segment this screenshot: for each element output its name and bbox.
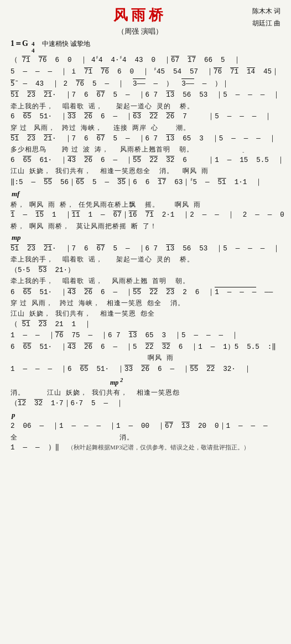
score-line-7: 6 65 61· ｜43 26 6 — ｜55 22 32 6 ｜1 — ˆ15… — [11, 155, 280, 166]
lyric-line-1: 牵上我的手， 唱着歌 谣， 架起一道心 灵的 桥。 — [11, 102, 280, 111]
score-line-12: 6 65 51· ｜43 26 6 — ｜55 22 23 2 6 ｜1 — —… — [11, 287, 280, 298]
title-section: 风雨桥 （周强 演唱） 陈木木 词 胡廷江 曲 — [11, 6, 280, 37]
score-line-2: 5 — — — ｜ i 71 76 6 0 ｜ ♯45 54 57 ｜76 71… — [11, 66, 280, 78]
lyric-line-11: 啊风 雨 — [11, 353, 280, 363]
score-line-11: （5·5 53 21·） — [11, 265, 280, 276]
song-subtitle: （周强 演唱） — [44, 27, 236, 36]
title-center: 风雨桥 （周强 演唱） — [44, 6, 236, 37]
score-line-18: 2 06 — ｜1 — — — ｜1 — 00 ｜67 13 20 0｜1 — … — [11, 421, 280, 432]
lyric-line-5: 桥， 啊风 雨 桥， 任凭风雨在桥上飘 摇。 啊风 雨 — [11, 200, 280, 210]
time-signature: 4 4 — [32, 40, 35, 54]
lyric-line-12: 消。 江山 妖娆， 我们共有， 相逢一笑恩怨 — [11, 388, 280, 397]
credit-music: 胡廷江 曲 — [236, 18, 280, 30]
score-line-19: 1 — — ）‖ （秋叶起舞根据MP3记谱，仅供参考。错误之处，敬请批评指正。） — [11, 443, 280, 453]
key-tempo-row: 1＝G 4 4 中速稍快 诚挚地 — [11, 38, 280, 54]
lyric-line-8: 牵上我的手， 唱着歌 谣， 风雨桥上翘 首明 朝。 — [11, 276, 280, 286]
score-line-17: （12 32 1·7｜6·7 5 — ｜ — [11, 399, 280, 409]
score-line-13: （ 51 23 21 1 ｜ — [11, 320, 280, 330]
lyric-line-3: 多少相思鸟 跨 过 波 涛， 风雨桥上翘首明 朝。 — [11, 145, 280, 154]
lyric-line-4: 江山 妖娆， 我们共有， 相逢一笑恩怨全 消。 啊风 雨 — [11, 166, 280, 176]
score-line-3: 5̄ — 43 ｜ 2 76 5 — ｜ 3—— — ） 3—— — ）｜ — [11, 78, 280, 90]
score-line-15: 6 65 51· ｜43 26 6 — ｜5 22 32 6 ｜1 — 1）5 … — [11, 342, 280, 353]
score-line-8: ‖:5 — 55 56｜65 5 — 35｜6 6 17 63｜♯5 — 51 … — [11, 177, 280, 189]
score-line-4: 51 23 21· ｜7 6 67 5 — ｜6 7 13 56 53 ｜5 —… — [11, 90, 280, 101]
tempo-marking: 中速稍快 诚挚地 — [42, 39, 90, 49]
lyric-line-9: 穿 过 风雨， 跨过 海峡， 相逢一笑恩 怨全 消。 — [11, 299, 280, 308]
score-line-10: 51 23 21· ｜7 6 67 5 — ｜6 7 13 56 53 ｜5 —… — [11, 244, 280, 254]
score-line-16: 1 — — — ｜6 65 51· ｜33 26 6 — ｜55 22 32· … — [11, 364, 280, 375]
score-line-1: （ 71 76 6 0 ｜ 4♯4 4·♯4 43 0 ｜67 17 66 5 … — [11, 55, 280, 66]
mf-mark: mf — [12, 189, 280, 200]
mp-mark-1: mp — [12, 232, 280, 243]
p-mark: p — [12, 410, 280, 421]
score-line-6: 51 23 21· ｜7 6 67 5 — ｜6 7 13 65 3 ｜5 — … — [11, 134, 280, 144]
score-line-14: 1 — — ｜76 75 — ｜6 7 13 65 3 ｜5 — — — ｜ — [11, 331, 280, 341]
lyric-line-7: 牵上我的手， 唱着歌 谣， 架起一道心 灵的 桥。 — [11, 255, 280, 264]
mp-2-row: 1 — — — ｜6 65 51· ｜33 26 6 — ｜55 22 32· … — [11, 364, 280, 375]
score-line-9: 1 — 15 1 ｜11 1 — 67｜16 71 2·1 ｜2 — — ｜ 2… — [11, 210, 280, 221]
credit-lyric: 陈木木 词 — [236, 6, 280, 18]
mp-mark-2: mp 2 — [110, 376, 280, 388]
credits: 陈木木 词 胡廷江 曲 — [236, 6, 280, 29]
lyric-line-13: 全 消。 — [11, 433, 280, 442]
song-title: 风雨桥 — [44, 6, 236, 25]
page-content: 风雨桥 （周强 演唱） 陈木木 词 胡廷江 曲 1＝G 4 4 中速稍快 诚挚地… — [8, 6, 283, 454]
lyric-line-2: 穿 过 风雨， 跨过 海峡， 连接 两岸 心 潮。 — [11, 123, 280, 133]
lyric-line-6: 桥， 啊风 雨桥， 莫让风雨把桥摇 断 了！ — [11, 222, 280, 231]
score-content: （ 71 76 6 0 ｜ 4♯4 4·♯4 43 0 ｜67 17 66 5 … — [11, 55, 280, 454]
key-signature: 1＝G — [11, 38, 28, 49]
score-line-5: 6 65 51· ｜33 26 6 — ｜63 22 26 7 ｜5 — — —… — [11, 112, 280, 122]
lyric-line-10: 江山 妖娆， 我们共有， 相逢一笑恩 怨全 — [11, 309, 280, 318]
